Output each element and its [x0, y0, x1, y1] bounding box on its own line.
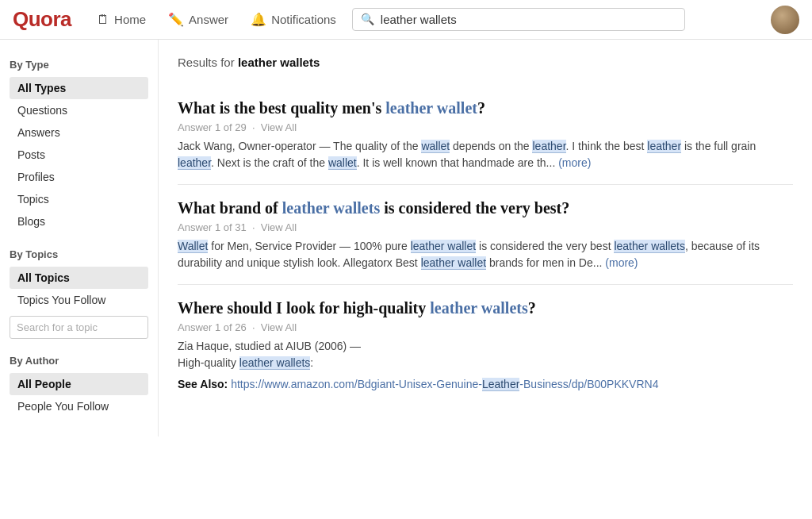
result-1-view-all[interactable]: View All — [261, 121, 297, 133]
sidebar-item-answers[interactable]: Answers — [10, 121, 148, 144]
result-2-snippet: Wallet for Men, Service Provider — 100% … — [178, 238, 793, 271]
snippet-highlight: leather — [532, 140, 565, 153]
sidebar-item-profiles[interactable]: Profiles — [10, 166, 148, 188]
sidebar-item-questions[interactable]: Questions — [10, 99, 148, 121]
avatar[interactable] — [771, 6, 799, 34]
by-type-title: By Type — [10, 59, 148, 71]
result-3-meta: Answer 1 of 26 · View All — [178, 321, 793, 333]
nav-notifications[interactable]: 🔔 Notifications — [241, 6, 346, 33]
result-3-link[interactable]: Where should I look for high-quality lea… — [178, 299, 536, 317]
sidebar-item-people-you-follow[interactable]: People You Follow — [10, 395, 148, 417]
results-header: Results for leather wallets — [178, 56, 793, 69]
avatar-image — [771, 6, 799, 34]
sidebar: By Type All Types Questions Answers Post… — [0, 40, 159, 436]
logo[interactable]: Quora — [13, 7, 71, 32]
by-author-title: By Author — [10, 355, 148, 367]
nav-home-label: Home — [114, 13, 146, 26]
search-icon: 🔍 — [361, 13, 374, 26]
snippet-part1: Zia Haque, studied at AIUB (2006) — — [178, 340, 361, 352]
snippet-highlight: leather wallets — [614, 240, 685, 253]
nav-notifications-label: Notifications — [271, 13, 336, 26]
nav-home[interactable]: 🗒 Home — [87, 6, 155, 33]
snippet-highlight: Wallet — [178, 240, 208, 253]
snippet-highlight: leather — [647, 140, 681, 153]
sidebar-item-all-topics[interactable]: All Topics — [10, 267, 148, 289]
by-topics-title: By Topics — [10, 248, 148, 260]
nav-answer[interactable]: ✏️ Answer — [159, 6, 238, 33]
sidebar-item-topics[interactable]: Topics — [10, 188, 148, 210]
result-card: Where should I look for high-quality lea… — [178, 285, 793, 403]
result-1-snippet: Jack Wang, Owner-operator — The quality … — [178, 138, 793, 171]
main-content: Results for leather wallets What is the … — [159, 40, 812, 436]
search-input[interactable] — [381, 13, 676, 26]
snippet-highlight: wallet — [421, 140, 450, 153]
result-1-title-suffix: ? — [477, 99, 485, 117]
result-card: What is the best quality men's leather w… — [178, 85, 793, 185]
nav-bar: 🗒 Home ✏️ Answer 🔔 Notifications — [87, 6, 346, 33]
result-3-title-plain: Where should I look for high-quality — [178, 299, 426, 317]
header: Quora 🗒 Home ✏️ Answer 🔔 Notifications 🔍 — [0, 0, 812, 40]
bell-icon: 🔔 — [251, 12, 266, 27]
result-2-title-highlight: leather wallets — [282, 199, 381, 217]
result-2-title-plain: What brand of — [178, 199, 278, 217]
result-1-answer-count: Answer 1 of 29 — [178, 121, 247, 133]
snippet-highlight: leather wallets — [239, 356, 311, 370]
sidebar-item-all-people[interactable]: All People — [10, 373, 148, 395]
result-3-view-all[interactable]: View All — [261, 321, 297, 333]
snippet-highlight: leather wallet — [421, 256, 487, 270]
result-1-title-plain: What is the best quality men's — [178, 99, 381, 117]
snippet-highlight: leather — [178, 156, 211, 170]
result-2-link[interactable]: What brand of leather wallets is conside… — [178, 199, 569, 217]
result-1-meta: Answer 1 of 29 · View All — [178, 121, 793, 133]
see-also-link[interactable]: https://www.amazon.com/Bdgiant-Unisex-Ge… — [231, 378, 658, 391]
search-bar[interactable]: 🔍 — [352, 8, 685, 31]
result-3-snippet: Zia Haque, studied at AIUB (2006) — High… — [178, 338, 793, 371]
result-1-more-link[interactable]: (more) — [558, 156, 591, 169]
result-3-title-suffix: ? — [528, 299, 536, 317]
result-1-link[interactable]: What is the best quality men's leather w… — [178, 99, 485, 117]
sidebar-item-all-types[interactable]: All Types — [10, 77, 148, 99]
results-query: leather wallets — [238, 56, 320, 69]
result-1-title[interactable]: What is the best quality men's leather w… — [178, 98, 793, 118]
result-2-meta: Answer 1 of 31 · View All — [178, 221, 793, 233]
result-2-more-link[interactable]: (more) — [605, 256, 638, 269]
page-container: By Type All Types Questions Answers Post… — [0, 40, 812, 436]
result-2-title[interactable]: What brand of leather wallets is conside… — [178, 198, 793, 218]
result-3-title-highlight: leather wallets — [430, 299, 528, 317]
snippet-highlight: wallet — [328, 156, 357, 170]
result-card: What brand of leather wallets is conside… — [178, 185, 793, 285]
sidebar-item-topics-you-follow[interactable]: Topics You Follow — [10, 289, 148, 311]
result-3-answer-count: Answer 1 of 26 — [178, 321, 247, 333]
result-2-answer-count: Answer 1 of 31 — [178, 221, 247, 233]
result-2-view-all[interactable]: View All — [261, 221, 297, 233]
result-3-see-also: See Also: https://www.amazon.com/Bdgiant… — [178, 378, 793, 390]
snippet-highlight: Leather — [482, 378, 519, 391]
nav-answer-label: Answer — [189, 13, 228, 26]
sidebar-item-posts[interactable]: Posts — [10, 144, 148, 166]
snippet-highlight: leather wallet — [411, 240, 477, 253]
result-1-title-highlight: leather wallet — [385, 99, 477, 117]
home-icon: 🗒 — [97, 13, 109, 27]
topic-search-input[interactable] — [10, 316, 148, 339]
see-also-label: See Also: — [178, 378, 228, 390]
header-right — [771, 6, 799, 34]
result-3-title[interactable]: Where should I look for high-quality lea… — [178, 298, 793, 318]
sidebar-item-blogs[interactable]: Blogs — [10, 210, 148, 233]
results-label: Results for — [178, 56, 235, 69]
answer-icon: ✏️ — [168, 12, 184, 27]
result-2-title-suffix: is considered the very best? — [380, 199, 569, 217]
